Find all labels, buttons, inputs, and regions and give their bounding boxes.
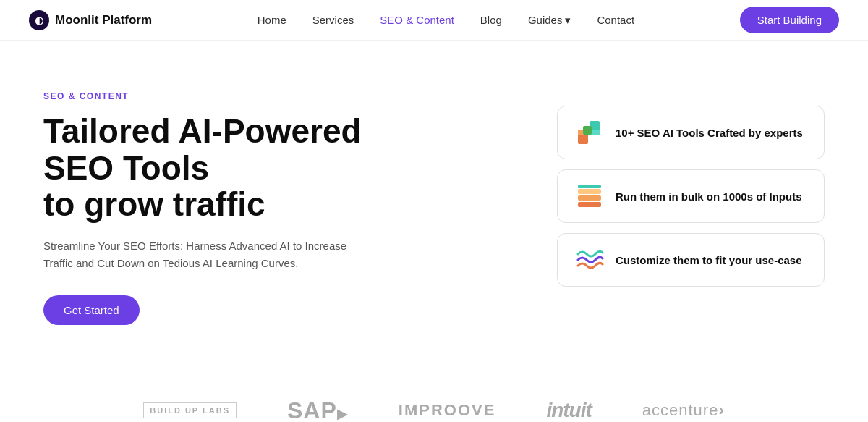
nav-links: Home Services SEO & Content Blog Guides …	[258, 14, 634, 27]
chevron-down-icon: ▾	[565, 14, 571, 27]
hero-left: SEO & CONTENT Tailored AI-Powered SEO To…	[43, 91, 434, 325]
nav-services[interactable]: Services	[312, 14, 354, 26]
brand-logo[interactable]: ◐ Moonlit Platform	[29, 10, 152, 30]
get-started-button[interactable]: Get Started	[43, 295, 140, 325]
feature-cards: 10+ SEO AI Tools Crafted by experts Run …	[557, 106, 825, 287]
navbar: ◐ Moonlit Platform Home Services SEO & C…	[0, 0, 868, 41]
hero-title: Tailored AI-Powered SEO Tools to grow tr…	[43, 113, 434, 223]
feature-label-2: Run them in bulk on 1000s of Inputs	[616, 190, 802, 203]
hero-subtitle: Streamline Your SEO Efforts: Harness Adv…	[43, 237, 354, 272]
svg-rect-5	[578, 202, 601, 207]
nav-seo-content[interactable]: SEO & Content	[380, 14, 454, 26]
hero-section: SEO & CONTENT Tailored AI-Powered SEO To…	[0, 41, 868, 354]
logo-improove: IMPROOVE	[399, 401, 496, 420]
hero-title-line2: to grow traffic	[43, 185, 265, 223]
svg-rect-6	[578, 195, 601, 201]
logo-strip: BUILD UP LABS SAP▶ IMPROOVE intuit accen…	[0, 368, 868, 422]
stack-icon	[575, 182, 604, 211]
brand-name: Moonlit Platform	[55, 13, 152, 28]
logo-accenture: accenture›	[642, 401, 725, 420]
cubes-icon	[575, 118, 604, 147]
start-building-button[interactable]: Start Building	[740, 7, 839, 33]
nav-guides[interactable]: Guides ▾	[528, 14, 571, 27]
hero-title-line1: Tailored AI-Powered SEO Tools	[43, 112, 362, 187]
nav-right: Start Building	[740, 7, 839, 33]
logo-buildup: BUILD UP LABS	[143, 402, 237, 418]
feature-card-3: Customize them to fit your use-case	[557, 233, 825, 287]
feature-card-2: Run them in bulk on 1000s of Inputs	[557, 169, 825, 223]
feature-label-1: 10+ SEO AI Tools Crafted by experts	[616, 127, 803, 139]
hero-tag: SEO & CONTENT	[43, 91, 434, 101]
logo-sap: SAP▶	[287, 397, 348, 422]
nav-contact[interactable]: Contact	[597, 14, 634, 26]
logo-intuit: intuit	[546, 399, 591, 422]
nav-home[interactable]: Home	[258, 14, 286, 26]
feature-label-3: Customize them to fit your use-case	[616, 254, 802, 266]
svg-rect-7	[578, 189, 601, 194]
svg-rect-4	[583, 126, 592, 135]
svg-rect-0	[578, 134, 588, 144]
svg-rect-8	[578, 185, 601, 188]
feature-card-1: 10+ SEO AI Tools Crafted by experts	[557, 106, 825, 159]
nav-blog[interactable]: Blog	[480, 14, 502, 26]
logo-icon: ◐	[29, 10, 49, 30]
sliders-icon	[575, 245, 604, 274]
